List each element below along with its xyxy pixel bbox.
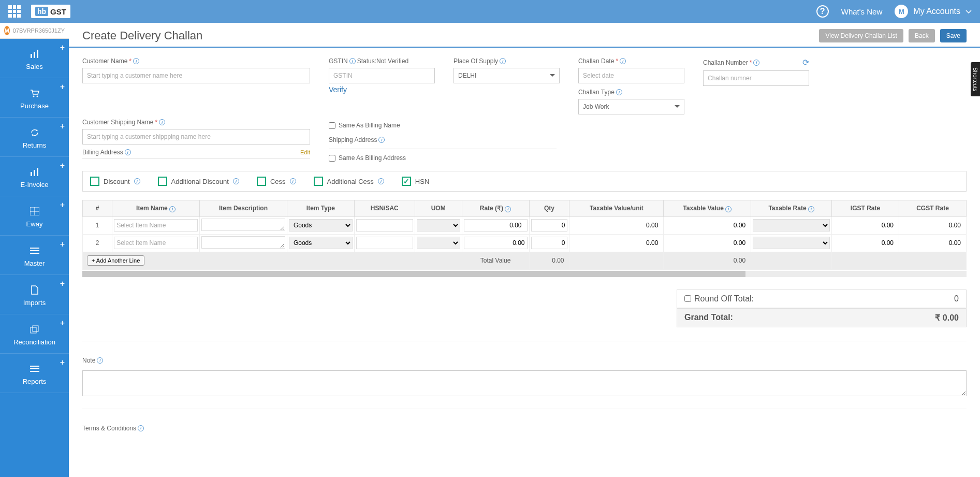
challan-type-select[interactable]: Job Work — [578, 99, 684, 114]
additional-discount-checkbox[interactable] — [158, 177, 167, 186]
sidebar-item-purchase[interactable]: + Purchase — [0, 78, 69, 118]
whats-new-link[interactable]: What's New — [841, 7, 883, 16]
col-uom: UOM — [415, 200, 462, 217]
sidebar-item-imports[interactable]: + Imports — [0, 275, 69, 314]
col-tvu: Taxable Value/unit — [569, 200, 664, 217]
plus-icon[interactable]: + — [60, 122, 65, 131]
col-item-desc: Item Description — [200, 200, 287, 217]
challan-number-input[interactable] — [703, 70, 809, 86]
page-header: Create Delivery Challan View Delivery Ch… — [69, 23, 980, 48]
plus-icon[interactable]: + — [60, 319, 65, 328]
taxable-rate-select[interactable] — [753, 219, 830, 232]
challan-date-input[interactable] — [578, 68, 684, 83]
sidebar-item-einvoice[interactable]: + E-Invoice — [0, 157, 69, 196]
total-value-label: Total Value — [462, 252, 529, 269]
info-icon[interactable]: i — [133, 58, 139, 64]
sidebar-label: Reconciliation — [4, 338, 65, 346]
back-button[interactable]: Back — [909, 29, 935, 42]
info-icon[interactable]: i — [620, 58, 626, 64]
same-as-billing-name-checkbox[interactable] — [329, 122, 335, 129]
plus-icon[interactable]: + — [60, 82, 65, 92]
verify-link[interactable]: Verify — [329, 85, 435, 94]
info-icon[interactable]: i — [378, 178, 384, 184]
menu-icon — [4, 245, 65, 256]
note-textarea[interactable] — [82, 370, 967, 396]
refresh-icon[interactable]: ⟳ — [802, 57, 809, 67]
plus-icon[interactable]: + — [60, 161, 65, 170]
rate-input[interactable] — [464, 237, 528, 249]
col-qty: Qty — [529, 200, 569, 217]
plus-icon[interactable]: + — [60, 240, 65, 249]
uom-select[interactable] — [417, 219, 460, 232]
item-type-select[interactable]: Goods — [289, 237, 353, 249]
sidebar-item-master[interactable]: + Master — [0, 236, 69, 275]
discount-checkbox[interactable] — [90, 177, 99, 186]
sidebar-item-sales[interactable]: + Sales — [0, 39, 69, 78]
taxable-rate-select[interactable] — [753, 237, 830, 249]
sidebar-label: Sales — [4, 63, 65, 70]
plus-icon[interactable]: + — [60, 43, 65, 52]
place-of-supply-select[interactable]: DELHI — [454, 68, 560, 83]
cess-checkbox[interactable] — [257, 177, 266, 186]
uom-select[interactable] — [417, 237, 460, 249]
info-icon[interactable]: i — [159, 119, 165, 125]
info-icon[interactable]: i — [753, 60, 759, 66]
view-list-button[interactable]: View Delivery Challan List — [819, 29, 903, 42]
edit-link[interactable]: Edit — [300, 149, 310, 155]
info-icon[interactable]: i — [134, 178, 140, 184]
info-icon[interactable]: i — [169, 206, 175, 212]
same-as-billing-address-checkbox[interactable] — [329, 155, 335, 162]
info-icon[interactable]: i — [378, 137, 385, 143]
table-row: 2 Goods 0.00 0.00 0.00 0.00 — [83, 234, 967, 252]
rate-input[interactable] — [464, 219, 528, 232]
plus-icon[interactable]: + — [60, 279, 65, 288]
info-icon[interactable]: i — [138, 425, 144, 431]
place-of-supply-label: Place Of Supply — [454, 57, 498, 65]
item-type-select[interactable]: Goods — [289, 219, 353, 232]
apps-grid-icon[interactable] — [8, 5, 21, 18]
info-icon[interactable]: i — [233, 178, 239, 184]
item-name-input[interactable] — [114, 219, 198, 232]
plus-icon[interactable]: + — [60, 358, 65, 367]
hsn-checkbox[interactable] — [402, 177, 411, 186]
col-tr: Taxable Rate — [768, 205, 806, 212]
sidebar-label: Imports — [4, 299, 65, 307]
info-icon[interactable]: i — [290, 178, 296, 184]
gstin-status: Status:Not Verified — [357, 57, 408, 65]
help-icon[interactable]: ? — [816, 5, 829, 18]
sidebar-item-eway[interactable]: + Eway — [0, 196, 69, 236]
account-menu[interactable]: M My Accounts — [895, 5, 972, 18]
info-icon[interactable]: i — [616, 89, 622, 95]
info-icon[interactable]: i — [505, 206, 511, 212]
qty-input[interactable] — [531, 237, 568, 249]
qty-input[interactable] — [531, 219, 568, 232]
round-off-checkbox[interactable] — [684, 295, 691, 302]
customer-name-input[interactable] — [82, 68, 310, 83]
sidebar-item-returns[interactable]: + Returns — [0, 118, 69, 157]
info-icon[interactable]: i — [808, 206, 814, 212]
info-icon[interactable]: i — [500, 58, 506, 64]
svg-point-3 — [33, 96, 34, 97]
shortcuts-tab[interactable]: Shortcuts — [971, 62, 980, 96]
info-icon[interactable]: i — [349, 58, 356, 64]
customer-shipping-input[interactable] — [82, 129, 310, 144]
add-line-button[interactable]: + Add Another Line — [87, 255, 144, 266]
sidebar-item-reconciliation[interactable]: + Reconciliation — [0, 314, 69, 354]
info-icon[interactable]: i — [97, 357, 103, 364]
info-icon[interactable]: i — [725, 206, 732, 212]
additional-cess-checkbox[interactable] — [314, 177, 323, 186]
hsn-input[interactable] — [356, 219, 413, 232]
plus-icon[interactable]: + — [60, 200, 65, 210]
item-desc-input[interactable] — [201, 219, 285, 231]
horizontal-scrollbar[interactable] — [82, 271, 967, 277]
item-name-input[interactable] — [114, 237, 198, 249]
item-desc-input[interactable] — [201, 236, 285, 249]
info-icon[interactable]: i — [125, 149, 131, 155]
hsn-input[interactable] — [356, 237, 413, 249]
same-billing-address-label: Same As Billing Address — [339, 154, 406, 162]
gstin-input[interactable] — [329, 68, 435, 83]
save-button[interactable]: Save — [940, 29, 967, 42]
shipping-address-label: Shipping Address — [329, 136, 377, 143]
org-selector[interactable]: M 07BVRPR3650J1ZY — [0, 23, 69, 39]
sidebar-item-reports[interactable]: + Reports — [0, 354, 69, 393]
